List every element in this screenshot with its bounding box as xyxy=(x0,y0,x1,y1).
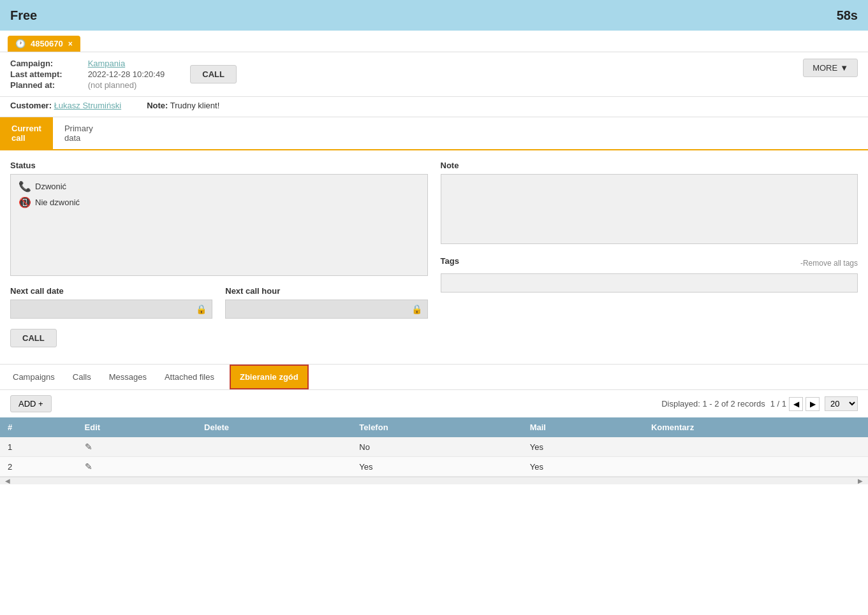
tab-calls[interactable]: Calls xyxy=(70,366,94,388)
tags-header: Tags -Remove all tags xyxy=(441,256,858,270)
cell-komentarz xyxy=(644,457,868,477)
tab-primary-data[interactable]: Primarydata xyxy=(53,117,105,149)
campaign-label: Campaign: xyxy=(10,59,63,68)
scroll-right-icon[interactable]: ▶ xyxy=(858,477,863,484)
more-button[interactable]: MORE ▼ xyxy=(803,59,858,77)
col-hash: # xyxy=(0,417,77,437)
main-content: Status 📞 Dzwonić 📵 Nie dzwonić Next call… xyxy=(0,150,868,358)
bottom-tabs: Campaigns Calls Messages Attached files … xyxy=(0,365,868,390)
cell-edit[interactable]: ✎ xyxy=(77,457,196,477)
col-komentarz: Komentarz xyxy=(644,417,868,437)
tags-label: Tags xyxy=(441,256,459,266)
cell-num: 1 xyxy=(0,437,77,457)
call-button-bottom[interactable]: CALL xyxy=(10,329,57,347)
col-mail: Mail xyxy=(522,417,644,437)
tab-current-call[interactable]: Currentcall xyxy=(0,117,53,149)
chevron-down-icon: ▼ xyxy=(840,63,848,73)
info-section: Campaign: Last attempt: Planned at: Kamp… xyxy=(0,52,868,97)
col-telefon: Telefon xyxy=(351,417,522,437)
clock-icon: 🕐 xyxy=(15,39,26,48)
note-inline: Note: Trudny klient! xyxy=(147,101,219,110)
tab-messages[interactable]: Messages xyxy=(107,366,149,388)
next-page-button[interactable]: ▶ xyxy=(805,397,820,411)
per-page-select[interactable]: 20 50 100 xyxy=(825,396,858,411)
note-textarea[interactable] xyxy=(441,174,858,244)
cell-telefon: No xyxy=(351,437,522,457)
tags-input[interactable] xyxy=(441,273,858,293)
top-bar: Free 58s xyxy=(0,0,868,31)
planned-value: (not planned) xyxy=(88,80,165,90)
customer-label: Customer: Łukasz Strumiński xyxy=(10,101,121,110)
customer-name[interactable]: Łukasz Strumiński xyxy=(54,101,121,110)
lock-icon-hour: 🔒 xyxy=(411,304,422,314)
tab-bar: 🕐 4850670 × xyxy=(0,31,868,52)
app-title: Free xyxy=(10,8,37,23)
next-call-date-input[interactable]: 🔒 xyxy=(10,300,212,319)
bottom-section: Campaigns Calls Messages Attached files … xyxy=(0,364,868,484)
status-list[interactable]: 📞 Dzwonić 📵 Nie dzwonić xyxy=(10,174,428,276)
next-call-date-label: Next call date xyxy=(10,286,212,296)
note-label: Note xyxy=(441,161,858,170)
prev-page-button[interactable]: ◀ xyxy=(789,397,803,411)
cell-mail: Yes xyxy=(522,437,644,457)
status-item-nie-dzwonic[interactable]: 📵 Nie dzwonić xyxy=(15,194,423,210)
col-delete: Delete xyxy=(196,417,351,437)
red-dot-icon: 📵 xyxy=(18,196,31,208)
cell-telefon: Yes xyxy=(351,457,522,477)
info-labels: Campaign: Last attempt: Planned at: xyxy=(10,59,63,90)
green-dot-icon: 📞 xyxy=(18,180,31,192)
next-call-hour-label: Next call hour xyxy=(225,286,427,296)
col-edit: Edit xyxy=(77,417,196,437)
info-values: Kampania 2022-12-28 10:20:49 (not planne… xyxy=(88,59,165,90)
last-attempt-value: 2022-12-28 10:20:49 xyxy=(88,69,165,79)
page-nav: 1 / 1 ◀ ▶ xyxy=(770,397,820,411)
tab-close-button[interactable]: × xyxy=(68,40,73,48)
planned-label: Planned at: xyxy=(10,80,63,90)
next-call-date-field: Next call date 🔒 xyxy=(10,286,212,319)
timer: 58s xyxy=(837,8,858,23)
table-header-row: # Edit Delete Telefon Mail Komentarz xyxy=(0,417,868,437)
page-info: 1 / 1 xyxy=(770,399,786,409)
campaign-value[interactable]: Kampania xyxy=(88,59,165,68)
right-panel: Note Tags -Remove all tags xyxy=(441,161,858,347)
edit-icon[interactable]: ✎ xyxy=(85,461,92,472)
phone-tab[interactable]: 🕐 4850670 × xyxy=(8,36,80,52)
status-item-dzwonic[interactable]: 📞 Dzwonić xyxy=(15,178,423,194)
edit-icon[interactable]: ✎ xyxy=(85,442,92,452)
tab-campaigns[interactable]: Campaigns xyxy=(10,366,57,388)
cell-delete xyxy=(196,437,351,457)
lock-icon-date: 🔒 xyxy=(196,304,207,314)
table-toolbar: ADD + Displayed: 1 - 2 of 2 records 1 / … xyxy=(0,390,868,417)
next-call-hour-input[interactable]: 🔒 xyxy=(225,300,427,319)
cell-delete xyxy=(196,457,351,477)
horizontal-scrollbar[interactable]: ◀ ▶ xyxy=(0,477,868,484)
cell-mail: Yes xyxy=(522,457,644,477)
data-table: # Edit Delete Telefon Mail Komentarz 1 ✎… xyxy=(0,417,868,477)
status-dzwonic-label: Dzwonić xyxy=(35,182,66,191)
table-row: 1 ✎ No Yes xyxy=(0,437,868,457)
remove-tags-button[interactable]: -Remove all tags xyxy=(800,259,858,268)
date-hour-row: Next call date 🔒 Next call hour 🔒 xyxy=(10,286,428,319)
tab-zbieranie-zgod[interactable]: Zbieranie zgód xyxy=(230,365,309,389)
section-tabs: Currentcall Primarydata xyxy=(0,117,868,150)
call-button-top[interactable]: CALL xyxy=(190,65,237,83)
left-panel: Status 📞 Dzwonić 📵 Nie dzwonić Next call… xyxy=(10,161,428,347)
phone-number: 4850670 xyxy=(31,39,63,48)
cell-edit[interactable]: ✎ xyxy=(77,437,196,457)
status-label: Status xyxy=(10,161,428,170)
add-button[interactable]: ADD + xyxy=(10,395,52,412)
table-row: 2 ✎ Yes Yes xyxy=(0,457,868,477)
note-inline-value: Trudny klient! xyxy=(170,101,220,110)
scroll-left-icon[interactable]: ◀ xyxy=(5,477,10,484)
cell-komentarz xyxy=(644,437,868,457)
tab-attached-files[interactable]: Attached files xyxy=(162,366,217,388)
tags-section: Tags -Remove all tags xyxy=(441,256,858,293)
status-nie-dzwonic-label: Nie dzwonić xyxy=(35,198,80,207)
cell-num: 2 xyxy=(0,457,77,477)
last-attempt-label: Last attempt: xyxy=(10,69,63,79)
customer-row: Customer: Łukasz Strumiński Note: Trudny… xyxy=(0,97,868,117)
pagination: Displayed: 1 - 2 of 2 records 1 / 1 ◀ ▶ … xyxy=(661,396,858,411)
displayed-count: Displayed: 1 - 2 of 2 records xyxy=(661,399,765,409)
next-call-hour-field: Next call hour 🔒 xyxy=(225,286,427,319)
info-left: Campaign: Last attempt: Planned at: Kamp… xyxy=(10,59,237,90)
